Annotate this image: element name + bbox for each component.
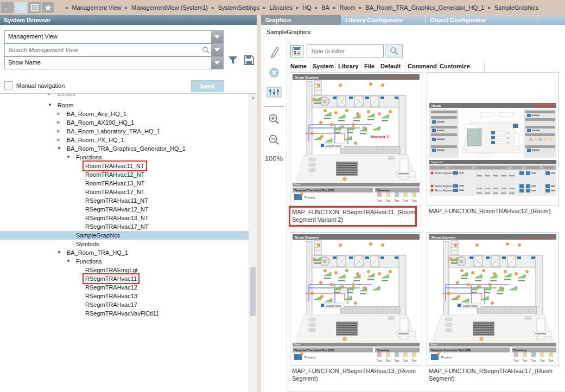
tab-graphics[interactable]: Graphics [261,15,341,25]
manual-navigation-checkbox[interactable] [4,81,12,89]
expander-collapsed-icon[interactable]: ▶ [57,118,65,127]
graphic-card[interactable]: Room Segment segment is set to "not used… [290,72,422,206]
expander-collapsed-icon[interactable]: ▶ [57,136,65,144]
tree-node-label: RSegmTRAHvac13_NT [84,214,150,222]
tree-node[interactable]: RoomTRAHvac17_NT [0,188,249,196]
tree-node[interactable]: SampleGraphics [0,231,249,240]
breadcrumb-item[interactable]: Room [339,4,355,11]
filter-input[interactable] [307,44,384,57]
column-header-customize[interactable]: Customize [440,62,485,72]
chevron-down-icon[interactable] [211,57,223,69]
zoom-out-icon[interactable] [268,134,280,147]
tree-node[interactable]: Symbols [0,240,249,248]
tree-node[interactable]: ▼BA_Room_TRA_HQ_1 [0,248,249,257]
tree-node[interactable]: ▶BA_Room_AX100_HQ_1 [0,118,249,127]
tree-node[interactable]: RSegmTRAHvac12_NT [0,205,249,214]
breadcrumb-arrow-icon: ▸ [333,5,336,10]
tree-node-label: RoomTRAHvac13_NT [84,179,146,188]
back-icon[interactable]: ← [1,2,14,13]
graphic-card[interactable]: Room Segment segment is set to "not used… [290,232,422,366]
tree-node[interactable]: ▶BA_Room_Any_HQ_1 [0,110,249,118]
breadcrumb-item[interactable]: BA [321,4,329,11]
tree-node[interactable]: ▶BA_Room_Laboratory_TRA_HQ_1 [0,127,249,136]
expander-expanded-icon[interactable]: ▼ [57,248,65,257]
tree-node[interactable]: ▼BA_Room_TRA_Graphics_Generator_HQ_1 [0,144,249,153]
tree-node[interactable]: RSegmTRAHvac17 [0,300,249,309]
tree-node[interactable]: ▶BA_Room_PX_HQ_1 [0,136,249,144]
view-selector[interactable]: Management View [4,30,224,43]
filter-search-icon[interactable] [385,44,403,57]
zoom-in-icon[interactable] [268,113,280,126]
tree-node[interactable]: ▼Functions [0,257,249,266]
breadcrumb-item[interactable]: HQ [302,4,312,11]
expander-collapsed-icon[interactable]: ▶ [48,94,56,98]
save-icon[interactable] [244,55,254,66]
tab-library-configurator[interactable]: Library Configurator [341,15,426,25]
svg-text:Summary: Summary [377,349,390,352]
svg-text:Event: Event [294,343,301,346]
expander-expanded-icon[interactable]: ▼ [57,144,65,153]
svg-text:segment is set to "not used": segment is set to "not used" [382,236,418,239]
tree-node[interactable]: RSegmTRAHvac11 [0,274,249,283]
tree-node[interactable]: RoomTRAHvac11_NT [0,162,249,170]
breadcrumb-item[interactable]: SampleGraphics [494,4,538,11]
chevron-down-icon[interactable] [211,31,223,43]
column-header-system[interactable]: System [313,62,336,72]
tree-node-label: RSegmTRAHvac12_NT [84,205,150,214]
column-header-default[interactable]: Default [380,62,405,72]
svg-text:Template Translated Text (OP): Template Translated Text (OP) [294,189,334,192]
tree-node[interactable]: ▼Room [0,101,249,110]
tree-node[interactable]: RSegmTRAHvac11_NT [0,196,249,205]
expander-expanded-icon[interactable]: ▼ [66,153,74,162]
tree-scrollbar[interactable]: ▲ ▼ [249,94,257,392]
tree-node[interactable]: RoomTRAHvac13_NT [0,179,249,188]
tree-node-label: RSegmTRAHvac13 [84,292,139,300]
column-header-library[interactable]: Library [338,62,362,72]
browser-controls: Management View Show Name [0,25,257,94]
expander-collapsed-icon[interactable]: ▶ [57,127,65,136]
scroll-up-icon[interactable]: ▲ [249,94,257,101]
breadcrumb-item[interactable]: ManagementView (System1) [131,4,208,11]
graphic-card[interactable]: Room Segment segment is set to "not used… [427,232,559,366]
tree-node[interactable]: RoomTRAHvac12_NT [0,170,249,179]
view-selector-value: Management View [5,31,211,43]
breadcrumb-item[interactable]: BA_Room_TRA_Graphics_Generator_HQ_1 [365,4,484,11]
tree-node-label: RSegmTRAHvac11_NT [84,196,150,205]
expander-collapsed-icon[interactable]: ▶ [57,110,65,118]
graphics-subtitle: SampleGraphics [261,25,565,39]
close-circle-icon[interactable] [269,67,280,79]
sliders-icon[interactable] [266,87,282,99]
panel-splitter[interactable] [257,15,261,392]
column-header-file[interactable]: File [364,62,378,72]
history-icon[interactable] [28,2,41,13]
tab-object-configurator[interactable]: Object Configurator [426,15,537,25]
expander-expanded-icon[interactable]: ▼ [66,257,74,266]
favorites-star-icon[interactable]: ★ [42,2,54,13]
svg-text:Text: Text [531,359,536,362]
tree-node[interactable]: ▶Device [0,94,249,101]
thumbnail-view-icon[interactable] [290,45,303,57]
display-mode-selector[interactable]: Show Name [4,56,224,69]
expander-expanded-icon[interactable]: ▼ [48,101,56,110]
search-input[interactable] [5,44,200,56]
breadcrumb-item[interactable]: Management View [72,4,122,11]
breadcrumb-item[interactable]: SystemSettings [218,4,259,11]
tree-node[interactable]: RSegmTRAHvac13_NT [0,214,249,222]
edit-pen-icon[interactable] [269,47,280,60]
forward-icon[interactable]: → [15,2,27,13]
tree-node[interactable]: RSegmTRAHvac13 [0,292,249,300]
graphic-card[interactable]: Room Segments Room Segment Room Segment … [427,72,559,206]
tree-node[interactable]: RSegmTRAHvac17_NT [0,222,249,231]
breadcrumb-item[interactable]: Libraries [269,4,292,11]
graphics-panel: GraphicsLibrary ConfiguratorObject Confi… [261,15,565,392]
filter-funnel-icon[interactable] [228,55,238,66]
tree-node[interactable]: RSegmTRAHvac12 [0,283,249,292]
scrollbar-thumb[interactable] [250,267,256,316]
tree-node[interactable]: RSegmTRAHvacVavFlCtl11 [0,309,249,318]
column-header-command[interactable]: Command [408,62,437,72]
send-button[interactable]: Send [191,80,224,92]
svg-text:Text: Text [514,359,519,362]
chevron-down-icon[interactable] [211,44,223,56]
search-icon[interactable] [200,44,211,56]
column-header-name[interactable]: Name [290,62,310,72]
